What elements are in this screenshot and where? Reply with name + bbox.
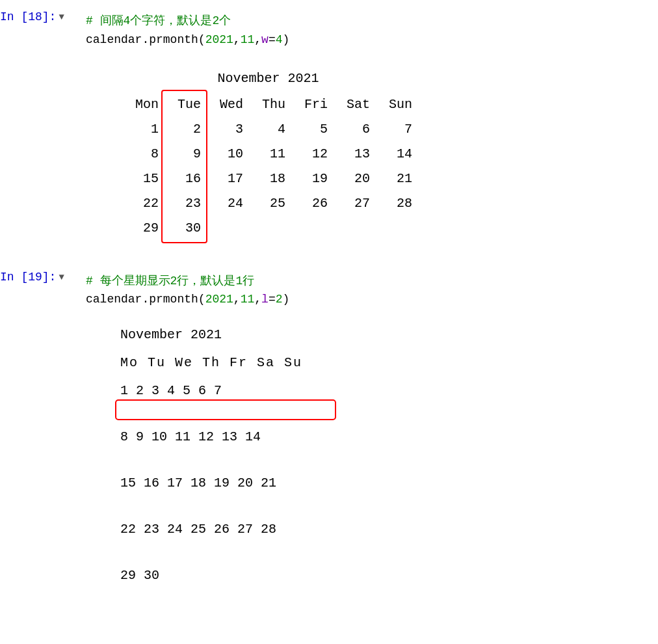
cal2-week5-line1: 29 30 bbox=[120, 568, 658, 583]
cal1-cell bbox=[374, 216, 416, 241]
cal1-cell: 15 bbox=[120, 167, 163, 191]
cell-19-label-text: In [19]: bbox=[0, 271, 56, 284]
cal1-cell: 6 bbox=[332, 117, 374, 142]
cal1-cell: 24 bbox=[205, 191, 247, 216]
cell-19-comment: # 每个星期显示2行，默认是1行 bbox=[86, 272, 650, 291]
code-n3: 4 bbox=[276, 33, 283, 46]
cell-18-content: # 间隔4个字符，默认是2个 calendar.prmonth(2021,11,… bbox=[78, 7, 658, 55]
code-comma1-2: , bbox=[233, 293, 241, 306]
code-n1-2: 2021 bbox=[205, 293, 233, 306]
code-eq: = bbox=[269, 33, 276, 46]
cal1-cell: 4 bbox=[247, 117, 289, 142]
cal1-cell: 27 bbox=[332, 191, 374, 216]
cal1-cell: 28 bbox=[374, 191, 416, 216]
table-row: 1234567 bbox=[120, 117, 416, 142]
cal1-cell bbox=[205, 216, 247, 241]
cell-18-arrow: ▼ bbox=[59, 12, 64, 22]
cal1-body: 1234567891011121314151617181920212223242… bbox=[120, 117, 416, 241]
cell-18-comment: # 间隔4个字符，默认是2个 bbox=[86, 12, 650, 31]
cal1-header-sat: Sat bbox=[332, 92, 374, 117]
cal2-week4-days: 22 23 24 25 26 27 28 bbox=[120, 522, 276, 537]
cal1-header-wed: Wed bbox=[205, 92, 247, 117]
cal1-cell: 16 bbox=[163, 167, 205, 191]
cal2-week5-days: 29 30 bbox=[120, 568, 159, 583]
cal1-header-fri: Fri bbox=[289, 92, 332, 117]
cell-18-code: calendar.prmonth(2021,11,w=4) bbox=[86, 31, 650, 49]
cal1-cell: 12 bbox=[289, 142, 332, 167]
cal1-table: Mon Tue Wed Thu Fri Sat Sun 123456789101… bbox=[120, 92, 416, 241]
cell-18: In [18]: ▼ # 间隔4个字符，默认是2个 calendar.prmon… bbox=[0, 0, 658, 61]
cal1-cell: 9 bbox=[163, 142, 205, 167]
table-row: 15161718192021 bbox=[120, 167, 416, 191]
cell-19-label: In [19]: ▼ bbox=[0, 267, 78, 284]
cal1-header-row: Mon Tue Wed Thu Fri Sat Sun bbox=[120, 92, 416, 117]
comment-text: # 间隔4个字符，默认是2个 bbox=[86, 14, 231, 27]
code-func: calendar.prmonth( bbox=[86, 33, 205, 46]
cal2-week3-line1: 15 16 17 18 19 20 21 bbox=[120, 476, 658, 490]
code-close-2: ) bbox=[283, 293, 290, 306]
code-n2-2: 11 bbox=[241, 293, 255, 306]
cell-18-label: In [18]: ▼ bbox=[0, 7, 78, 23]
cal1-cell: 26 bbox=[289, 191, 332, 216]
table-row: 22232425262728 bbox=[120, 191, 416, 216]
cal1-cell: 2 bbox=[163, 117, 205, 142]
cal1-header-thu: Thu bbox=[247, 92, 289, 117]
cal1-cell: 13 bbox=[332, 142, 374, 167]
cal2-week1-line1: 1 2 3 4 5 6 7 bbox=[120, 383, 658, 398]
cal1-cell: 29 bbox=[120, 216, 163, 241]
code-comma1: , bbox=[233, 33, 241, 46]
cal2-week4-line1: 22 23 24 25 26 27 28 bbox=[120, 522, 658, 537]
cal1-cell: 18 bbox=[247, 167, 289, 191]
cal2-title: November 2021 bbox=[120, 327, 658, 342]
cal1-cell: 20 bbox=[332, 167, 374, 191]
cal1-header-mon: Mon bbox=[120, 92, 163, 117]
cal2-week2-line1: 8 9 10 11 12 13 14 bbox=[120, 429, 658, 444]
cal2-headers: Mo Tu We Th Fr Sa Su bbox=[120, 355, 658, 370]
cal2-week2-days: 8 9 10 11 12 13 14 bbox=[120, 429, 261, 444]
cal1-cell: 1 bbox=[120, 117, 163, 142]
cal2-week1-empty bbox=[120, 398, 658, 423]
cal1-header-tue: Tue bbox=[163, 92, 205, 117]
cal1-cell: 14 bbox=[374, 142, 416, 167]
cal1-cell: 8 bbox=[120, 142, 163, 167]
cal2-week1-days: 1 2 3 4 5 6 7 bbox=[120, 383, 222, 398]
code-param-2: l bbox=[261, 293, 269, 306]
cal1-cell: 22 bbox=[120, 191, 163, 216]
cal1-title: November 2021 bbox=[120, 68, 416, 90]
cal1-cell bbox=[332, 216, 374, 241]
cal1-cell bbox=[247, 216, 289, 241]
output-18: November 2021 Mon Tue Wed Thu Fri Sat Su… bbox=[0, 61, 658, 247]
code-n3-2: 2 bbox=[276, 293, 283, 306]
cal1-header-sun: Sun bbox=[374, 92, 416, 117]
cal2-week3-days: 15 16 17 18 19 20 21 bbox=[120, 476, 276, 490]
cal1-cell: 21 bbox=[374, 167, 416, 191]
code-param: w bbox=[261, 33, 269, 46]
cal1-cell: 19 bbox=[289, 167, 332, 191]
cal2-red-highlight bbox=[115, 399, 336, 420]
cal1-cell: 5 bbox=[289, 117, 332, 142]
cell-19: In [19]: ▼ # 每个星期显示2行，默认是1行 calendar.prm… bbox=[0, 260, 658, 321]
comment-text-2: # 每个星期显示2行，默认是1行 bbox=[86, 275, 254, 288]
cal2-week3-empty bbox=[120, 490, 658, 515]
table-row: 891011121314 bbox=[120, 142, 416, 167]
cell-19-content: # 每个星期显示2行，默认是1行 calendar.prmonth(2021,1… bbox=[78, 267, 658, 315]
code-func-2: calendar.prmonth( bbox=[86, 293, 205, 306]
code-comma2-2: , bbox=[254, 293, 261, 306]
code-n2: 11 bbox=[241, 33, 255, 46]
code-comma2: , bbox=[254, 33, 261, 46]
cal1-cell: 3 bbox=[205, 117, 247, 142]
cal1-cell: 30 bbox=[163, 216, 205, 241]
cal1-cell bbox=[289, 216, 332, 241]
calendar-1-wrapper: November 2021 Mon Tue Wed Thu Fri Sat Su… bbox=[120, 68, 416, 241]
table-row: 2930 bbox=[120, 216, 416, 241]
code-n1: 2021 bbox=[205, 33, 233, 46]
cal2-week4-empty bbox=[120, 537, 658, 561]
output-19: November 2021 Mo Tu We Th Fr Sa Su 1 2 3… bbox=[0, 321, 658, 602]
cell-19-code: calendar.prmonth(2021,11,l=2) bbox=[86, 290, 650, 309]
cal1-cell: 17 bbox=[205, 167, 247, 191]
cal2-week2-empty bbox=[120, 444, 658, 469]
cal1-cell: 23 bbox=[163, 191, 205, 216]
cell-19-arrow: ▼ bbox=[59, 272, 64, 282]
code-eq-2: = bbox=[269, 293, 276, 306]
cal1-cell: 7 bbox=[374, 117, 416, 142]
